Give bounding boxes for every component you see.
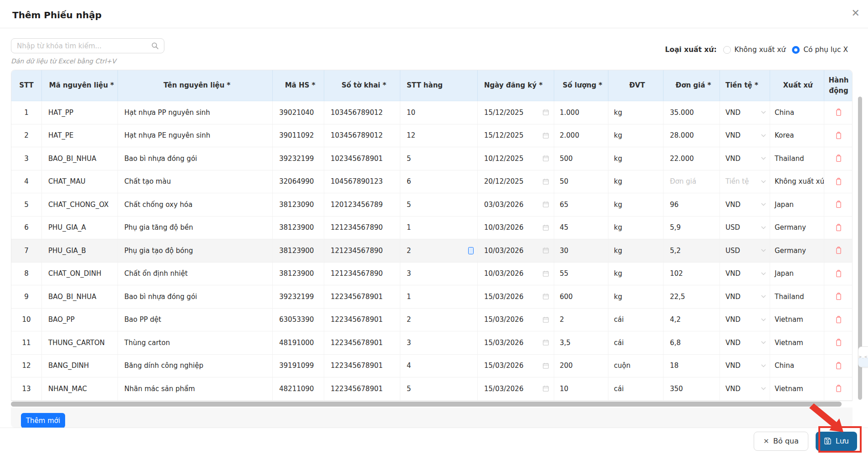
cell-declaration-no[interactable]: 122345678901	[324, 355, 400, 377]
cell-hs-code[interactable]: 48191000	[273, 331, 324, 354]
cell-reg-date[interactable]: 15/03/2026	[478, 331, 554, 354]
cell-declaration-no[interactable]: 104567890123	[324, 170, 400, 193]
cell-declaration-no[interactable]: 102345678901	[324, 147, 400, 170]
calendar-icon[interactable]	[542, 362, 549, 369]
chevron-down-icon[interactable]	[761, 134, 766, 137]
cell-line-no[interactable]: 6	[400, 170, 478, 193]
calendar-icon[interactable]	[542, 316, 549, 323]
cell-material-code[interactable]: CHAT_MAU	[42, 170, 118, 193]
cell-origin[interactable]: Thailand	[770, 285, 824, 308]
cell-origin[interactable]: Japan	[770, 193, 824, 216]
cell-material-code[interactable]: BAO_PP	[42, 309, 118, 331]
cell-line-no[interactable]: 1	[400, 217, 478, 239]
cell-quantity[interactable]: 55	[554, 263, 608, 285]
delete-icon[interactable]	[835, 247, 842, 254]
cell-currency[interactable]: USD	[720, 239, 770, 262]
close-icon[interactable]: ✕	[852, 8, 860, 18]
cell-material-code[interactable]: BAO_BI_NHUA	[42, 285, 118, 308]
cell-quantity[interactable]: 1.000	[554, 101, 608, 124]
chevron-down-icon[interactable]	[761, 364, 766, 367]
cell-line-no[interactable]: 3	[400, 331, 478, 354]
cell-reg-date[interactable]: 10/03/2026	[478, 263, 554, 285]
cell-quantity[interactable]: 45	[554, 217, 608, 239]
cell-reg-date[interactable]: 15/03/2026	[478, 309, 554, 331]
cell-currency[interactable]: VND	[720, 355, 770, 377]
cell-unit[interactable]: kg	[608, 217, 664, 239]
delete-icon[interactable]	[835, 178, 842, 186]
panel-resize-handle[interactable]: >.<	[858, 346, 868, 367]
cell-declaration-no[interactable]: 122345678901	[324, 377, 400, 400]
cell-hs-code[interactable]: 38123900	[273, 217, 324, 239]
cell-unit[interactable]: kg	[608, 193, 664, 216]
cell-currency[interactable]: VND	[720, 101, 770, 124]
delete-icon[interactable]	[835, 270, 842, 278]
cell-unit-price[interactable]: Đơn giá	[664, 170, 720, 193]
cell-unit-price[interactable]: 4,2	[664, 309, 720, 331]
cell-origin[interactable]: Vietnam	[770, 377, 824, 400]
cell-reg-date[interactable]: 15/03/2026	[478, 355, 554, 377]
cell-line-no[interactable]: 5	[400, 147, 478, 170]
radio-icon[interactable]	[792, 46, 800, 54]
delete-icon[interactable]	[835, 224, 842, 232]
horizontal-scrollbar[interactable]	[11, 402, 842, 407]
cell-reg-date[interactable]: 03/03/2026	[478, 193, 554, 216]
cell-origin[interactable]: Vietnam	[770, 331, 824, 354]
cell-currency[interactable]: VND	[720, 124, 770, 147]
delete-icon[interactable]	[835, 132, 842, 139]
delete-icon[interactable]	[835, 385, 842, 392]
cell-line-no[interactable]: 2	[400, 239, 478, 262]
cell-hs-code[interactable]: 38123900	[273, 263, 324, 285]
chevron-down-icon[interactable]	[761, 111, 766, 114]
cell-unit-price[interactable]: 96	[664, 193, 720, 216]
cell-unit[interactable]: kg	[608, 263, 664, 285]
cell-unit[interactable]: cuộn	[608, 355, 664, 377]
add-row-button[interactable]: Thêm mới	[21, 413, 65, 428]
cell-hs-code[interactable]: 63053390	[273, 309, 324, 331]
save-button[interactable]: Lưu	[816, 432, 857, 451]
cell-material-code[interactable]: BAO_BI_NHUA	[42, 147, 118, 170]
cell-line-no[interactable]: 4	[400, 355, 478, 377]
cell-reg-date[interactable]: 15/03/2026	[478, 285, 554, 308]
cell-unit-price[interactable]: 35.000	[664, 101, 720, 124]
cell-declaration-no[interactable]: 103456789012	[324, 124, 400, 147]
cell-declaration-no[interactable]: 120123456789	[324, 193, 400, 216]
cell-line-no[interactable]: 12	[400, 124, 478, 147]
cell-line-no[interactable]: 1	[400, 285, 478, 308]
cell-material-name[interactable]: Hạt nhựa PP nguyên sinh	[118, 101, 273, 124]
cell-line-no[interactable]: 10	[400, 101, 478, 124]
cell-currency[interactable]: VND	[720, 263, 770, 285]
cell-declaration-no[interactable]: 121234567890	[324, 217, 400, 239]
cell-material-name[interactable]: Chất chống oxy hóa	[118, 193, 273, 216]
cell-material-code[interactable]: BANG_DINH	[42, 355, 118, 377]
cell-quantity[interactable]: 500	[554, 147, 608, 170]
cell-line-no[interactable]: 5	[400, 377, 478, 400]
cell-material-name[interactable]: Bao bì nhựa đóng gói	[118, 147, 273, 170]
cell-material-name[interactable]: Thùng carton	[118, 331, 273, 354]
cell-hs-code[interactable]: 32064990	[273, 170, 324, 193]
cell-quantity[interactable]: 65	[554, 193, 608, 216]
delete-icon[interactable]	[835, 201, 842, 208]
cell-origin[interactable]: Germany	[770, 217, 824, 239]
cell-quantity[interactable]: 200	[554, 355, 608, 377]
cell-declaration-no[interactable]: 122345678901	[324, 285, 400, 308]
delete-icon[interactable]	[835, 293, 842, 300]
cell-origin[interactable]: China	[770, 355, 824, 377]
cell-reg-date[interactable]: 15/12/2025	[478, 101, 554, 124]
calendar-icon[interactable]	[542, 132, 549, 139]
cell-origin[interactable]: China	[770, 101, 824, 124]
radio-no-origin[interactable]: Không xuất xứ	[723, 46, 786, 54]
cell-unit-price[interactable]: 22.000	[664, 147, 720, 170]
cell-material-name[interactable]: Chất tạo màu	[118, 170, 273, 193]
cell-material-code[interactable]: PHU_GIA_B	[42, 239, 118, 262]
cell-unit[interactable]: cái	[608, 377, 664, 400]
cell-origin[interactable]: Không xuất xứ	[770, 170, 824, 193]
calendar-icon[interactable]	[542, 270, 549, 277]
cell-material-code[interactable]: PHU_GIA_A	[42, 217, 118, 239]
cell-unit-price[interactable]: 5,9	[664, 217, 720, 239]
cell-quantity[interactable]: 2	[554, 309, 608, 331]
calendar-icon[interactable]	[542, 293, 549, 300]
chevron-down-icon[interactable]	[761, 180, 766, 183]
cell-origin[interactable]: Thailand	[770, 147, 824, 170]
cell-unit[interactable]: kg	[608, 101, 664, 124]
chevron-down-icon[interactable]	[761, 272, 766, 275]
